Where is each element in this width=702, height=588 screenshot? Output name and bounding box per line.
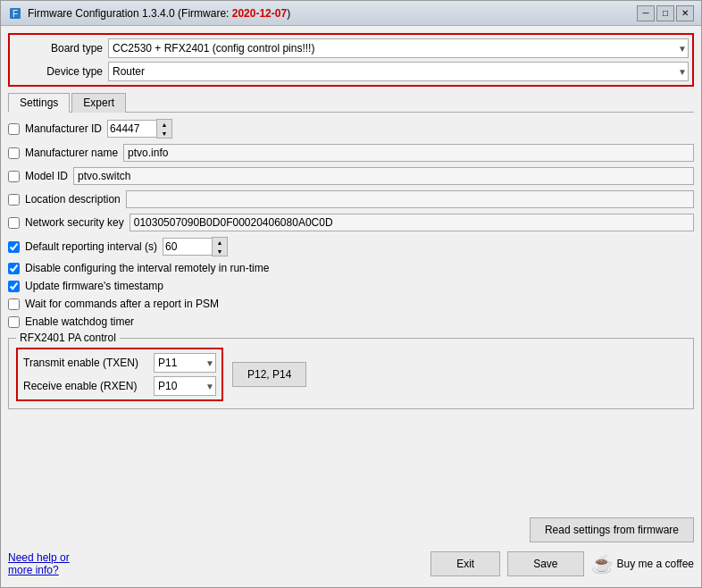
enable-watchdog-label: Enable watchdog timer xyxy=(25,315,134,328)
tab-expert[interactable]: Expert xyxy=(71,93,126,113)
buy-me-a-coffee: ☕ Buy me a coffee xyxy=(591,553,695,575)
main-content: Board type CC2530 + RFX2401 (config cont… xyxy=(1,26,701,587)
disable-configuring-row: Disable configuring the interval remotel… xyxy=(8,261,694,275)
manufacturer-name-row: Manufacturer name xyxy=(8,143,694,163)
model-id-row: Model ID xyxy=(8,166,694,186)
manufacturer-name-checkbox[interactable] xyxy=(8,147,20,159)
manufacturer-id-spinner-buttons: ▲ ▼ xyxy=(156,119,172,139)
firmware-date: 2020-12-07 xyxy=(232,7,287,20)
update-firmware-timestamp-row: Update firmware's timestamp xyxy=(8,279,694,293)
board-type-select[interactable]: CC2530 + RFX2401 (config control pins!!!… xyxy=(108,38,689,58)
model-id-checkbox[interactable] xyxy=(8,171,20,182)
location-description-row: Location description xyxy=(8,189,694,209)
update-firmware-timestamp-checkbox[interactable] xyxy=(8,281,20,292)
reporting-interval-input[interactable] xyxy=(163,238,212,256)
manufacturer-id-input[interactable] xyxy=(107,120,156,138)
exit-button[interactable]: Exit xyxy=(430,551,500,576)
app-icon: F xyxy=(8,6,22,21)
txen-select[interactable]: P10 P11 P12 P13 P14 xyxy=(154,353,216,373)
pa-p12-p14-button[interactable]: P12, P14 xyxy=(232,362,306,387)
model-id-label: Model ID xyxy=(25,170,68,182)
device-type-select[interactable]: Router End Device Coordinator xyxy=(108,62,689,81)
manufacturer-id-spinner: ▲ ▼ xyxy=(107,119,172,139)
device-type-row: Device type Router End Device Coordinato… xyxy=(13,62,689,81)
maximize-button[interactable]: □ xyxy=(656,5,674,21)
board-type-label: Board type xyxy=(13,42,103,55)
title-bar: F Firmware Configuration 1.3.4.0 (Firmwa… xyxy=(1,1,701,26)
board-type-dropdown-wrapper: CC2530 + RFX2401 (config control pins!!!… xyxy=(108,38,689,58)
pa-control-group: RFX2401 PA control Transmit enable (TXEN… xyxy=(8,338,694,409)
device-type-label: Device type xyxy=(13,65,103,78)
footer-row: Need help or more info? Exit Save ☕ Buy … xyxy=(8,548,694,580)
model-id-input[interactable] xyxy=(73,167,694,185)
default-reporting-interval-row: Default reporting interval (s) ▲ ▼ xyxy=(8,236,694,257)
manufacturer-name-input[interactable] xyxy=(123,144,694,162)
save-button[interactable]: Save xyxy=(507,551,583,576)
manufacturer-id-checkbox[interactable] xyxy=(8,123,20,135)
tab-settings[interactable]: Settings xyxy=(8,93,70,113)
close-button[interactable]: ✕ xyxy=(676,5,694,21)
network-security-key-label: Network security key xyxy=(25,216,124,229)
manufacturer-id-down[interactable]: ▼ xyxy=(157,129,171,138)
enable-watchdog-checkbox[interactable] xyxy=(8,316,20,328)
window-controls: ─ □ ✕ xyxy=(637,5,694,21)
pa-control-inner: Transmit enable (TXEN) P10 P11 P12 P13 P… xyxy=(16,348,686,401)
location-description-checkbox[interactable] xyxy=(8,194,20,206)
tabs-bar: Settings Expert xyxy=(8,92,694,113)
wait-for-commands-row: Wait for commands after a report in PSM xyxy=(8,297,694,311)
default-reporting-interval-label: Default reporting interval (s) xyxy=(25,240,157,253)
board-type-row: Board type CC2530 + RFX2401 (config cont… xyxy=(13,38,689,58)
help-link-line2: more info? xyxy=(8,564,59,576)
svg-text:F: F xyxy=(13,9,18,19)
network-security-key-row: Network security key xyxy=(8,213,694,232)
update-firmware-timestamp-label: Update firmware's timestamp xyxy=(25,280,163,292)
manufacturer-id-row: Manufacturer ID ▲ ▼ xyxy=(8,118,694,139)
reporting-interval-spinner: ▲ ▼ xyxy=(163,237,228,256)
footer-buttons: Exit Save ☕ Buy me a coffee xyxy=(430,551,694,576)
disable-configuring-checkbox[interactable] xyxy=(8,263,20,274)
default-reporting-interval-checkbox[interactable] xyxy=(8,241,20,253)
reporting-interval-down[interactable]: ▼ xyxy=(213,247,227,256)
location-description-input[interactable] xyxy=(126,190,694,208)
pa-left-section: Transmit enable (TXEN) P10 P11 P12 P13 P… xyxy=(16,348,223,401)
help-link[interactable]: Need help or more info? xyxy=(8,551,70,576)
device-type-dropdown-wrapper: Router End Device Coordinator ▼ xyxy=(108,62,689,81)
pa-right-section: P12, P14 xyxy=(232,348,306,401)
rxen-dropdown-wrapper: P10 P11 P12 P13 P14 ▼ xyxy=(154,376,216,396)
manufacturer-id-up[interactable]: ▲ xyxy=(157,120,171,129)
txen-dropdown-wrapper: P10 P11 P12 P13 P14 ▼ xyxy=(154,353,216,373)
main-window: F Firmware Configuration 1.3.4.0 (Firmwa… xyxy=(0,0,702,588)
board-device-section: Board type CC2530 + RFX2401 (config cont… xyxy=(8,33,694,87)
network-security-key-checkbox[interactable] xyxy=(8,217,20,229)
reporting-interval-spinner-buttons: ▲ ▼ xyxy=(212,237,228,256)
enable-watchdog-row: Enable watchdog timer xyxy=(8,315,694,329)
read-firmware-row: Read settings from firmware xyxy=(8,517,694,542)
title-bar-left: F Firmware Configuration 1.3.4.0 (Firmwa… xyxy=(8,6,290,21)
manufacturer-name-label: Manufacturer name xyxy=(25,147,118,159)
wait-for-commands-label: Wait for commands after a report in PSM xyxy=(25,298,219,310)
pa-control-title: RFX2401 PA control xyxy=(16,332,120,344)
txen-row: Transmit enable (TXEN) P10 P11 P12 P13 P… xyxy=(23,353,216,373)
bottom-section: Read settings from firmware Need help or… xyxy=(8,510,694,580)
rxen-select[interactable]: P10 P11 P12 P13 P14 xyxy=(154,376,216,396)
wait-for-commands-checkbox[interactable] xyxy=(8,298,20,310)
disable-configuring-label: Disable configuring the interval remotel… xyxy=(25,262,269,274)
minimize-button[interactable]: ─ xyxy=(637,5,655,21)
read-firmware-button[interactable]: Read settings from firmware xyxy=(530,517,694,542)
location-description-label: Location description xyxy=(25,193,121,206)
window-title: Firmware Configuration 1.3.4.0 (Firmware… xyxy=(28,7,290,20)
rxen-label: Receive enable (RXEN) xyxy=(23,380,148,392)
buy-coffee-label: Buy me a coffee xyxy=(617,558,695,570)
reporting-interval-up[interactable]: ▲ xyxy=(213,238,227,247)
manufacturer-id-label: Manufacturer ID xyxy=(25,122,102,135)
network-security-key-input[interactable] xyxy=(130,214,694,231)
rxen-row: Receive enable (RXEN) P10 P11 P12 P13 P1… xyxy=(23,376,216,396)
txen-label: Transmit enable (TXEN) xyxy=(23,357,148,369)
help-link-line1: Need help or xyxy=(8,551,70,564)
coffee-icon: ☕ xyxy=(591,553,614,575)
settings-area: Manufacturer ID ▲ ▼ Manufacturer name xyxy=(8,118,694,510)
